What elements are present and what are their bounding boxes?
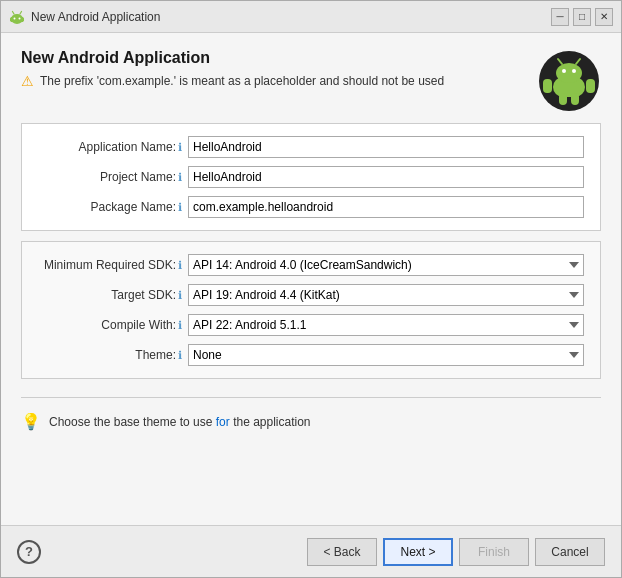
target-sdk-row: Target SDK: ℹ API 19: Android 4.4 (KitKa…	[38, 284, 584, 306]
project-name-info-icon[interactable]: ℹ	[178, 171, 182, 184]
cancel-button[interactable]: Cancel	[535, 538, 605, 566]
warning-row: ⚠ The prefix 'com.example.' is meant as …	[21, 73, 527, 89]
page-header: New Android Application ⚠ The prefix 'co…	[21, 49, 601, 113]
compile-with-select[interactable]: API 22: Android 5.1.1	[188, 314, 584, 336]
svg-rect-16	[586, 79, 595, 93]
target-sdk-label: Target SDK: ℹ	[38, 288, 188, 302]
svg-rect-17	[559, 93, 567, 105]
svg-rect-18	[571, 93, 579, 105]
theme-label: Theme: ℹ	[38, 348, 188, 362]
target-sdk-info-icon[interactable]: ℹ	[178, 289, 182, 302]
title-bar: New Android Application ─ □ ✕	[1, 1, 621, 33]
title-bar-left: New Android Application	[9, 9, 160, 25]
app-name-row: Application Name: ℹ	[38, 136, 584, 158]
min-sdk-info-icon[interactable]: ℹ	[178, 259, 182, 272]
minimize-button[interactable]: ─	[551, 8, 569, 26]
theme-row: Theme: ℹ None	[38, 344, 584, 366]
hint-row: 💡 Choose the base theme to use for the a…	[21, 406, 601, 437]
min-sdk-select[interactable]: API 14: Android 4.0 (IceCreamSandwich)	[188, 254, 584, 276]
svg-rect-6	[10, 17, 12, 21]
footer-left: ?	[17, 540, 41, 564]
hint-text: Choose the base theme to use for the app…	[49, 415, 311, 429]
package-name-input[interactable]	[188, 196, 584, 218]
header-left: New Android Application ⚠ The prefix 'co…	[21, 49, 527, 89]
svg-rect-1	[11, 17, 23, 22]
window-title: New Android Application	[31, 10, 160, 24]
dialog-content: New Android Application ⚠ The prefix 'co…	[1, 33, 621, 525]
project-name-label: Project Name: ℹ	[38, 170, 188, 184]
hint-icon: 💡	[21, 412, 41, 431]
finish-button[interactable]: Finish	[459, 538, 529, 566]
svg-rect-15	[543, 79, 552, 93]
svg-rect-7	[23, 17, 25, 21]
compile-with-row: Compile With: ℹ API 22: Android 5.1.1	[38, 314, 584, 336]
divider	[21, 397, 601, 398]
spacer	[21, 437, 601, 515]
project-name-input[interactable]	[188, 166, 584, 188]
app-name-input[interactable]	[188, 136, 584, 158]
help-button[interactable]: ?	[17, 540, 41, 564]
page-title: New Android Application	[21, 49, 527, 67]
package-name-label: Package Name: ℹ	[38, 200, 188, 214]
window-controls: ─ □ ✕	[551, 8, 613, 26]
android-logo	[537, 49, 601, 113]
app-icon	[9, 9, 25, 25]
selects-section: Minimum Required SDK: ℹ API 14: Android …	[21, 241, 601, 379]
compile-with-label: Compile With: ℹ	[38, 318, 188, 332]
warning-message: The prefix 'com.example.' is meant as a …	[40, 74, 444, 88]
next-button[interactable]: Next >	[383, 538, 453, 566]
project-name-row: Project Name: ℹ	[38, 166, 584, 188]
svg-line-5	[20, 11, 22, 14]
package-name-row: Package Name: ℹ	[38, 196, 584, 218]
package-name-info-icon[interactable]: ℹ	[178, 201, 182, 214]
app-name-info-icon[interactable]: ℹ	[178, 141, 182, 154]
main-window: New Android Application ─ □ ✕ New Androi…	[0, 0, 622, 578]
svg-point-3	[19, 17, 21, 19]
min-sdk-label: Minimum Required SDK: ℹ	[38, 258, 188, 272]
theme-select[interactable]: None	[188, 344, 584, 366]
close-button[interactable]: ✕	[595, 8, 613, 26]
svg-line-4	[13, 11, 15, 14]
min-sdk-row: Minimum Required SDK: ℹ API 14: Android …	[38, 254, 584, 276]
app-name-label: Application Name: ℹ	[38, 140, 188, 154]
target-sdk-select[interactable]: API 19: Android 4.4 (KitKat)	[188, 284, 584, 306]
maximize-button[interactable]: □	[573, 8, 591, 26]
compile-with-info-icon[interactable]: ℹ	[178, 319, 182, 332]
svg-point-11	[562, 69, 566, 73]
svg-point-10	[556, 63, 582, 83]
back-button[interactable]: < Back	[307, 538, 377, 566]
dialog-footer: ? < Back Next > Finish Cancel	[1, 525, 621, 577]
warning-icon: ⚠	[21, 73, 34, 89]
theme-info-icon[interactable]: ℹ	[178, 349, 182, 362]
svg-point-12	[572, 69, 576, 73]
svg-point-2	[14, 17, 16, 19]
footer-right: < Back Next > Finish Cancel	[307, 538, 605, 566]
text-inputs-section: Application Name: ℹ Project Name: ℹ Pack…	[21, 123, 601, 231]
